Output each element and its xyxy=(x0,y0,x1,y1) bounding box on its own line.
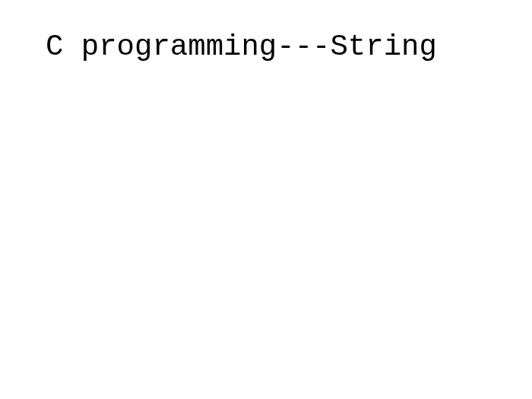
slide-container: C programming---String xyxy=(0,0,532,399)
slide-title: C programming---String xyxy=(46,30,486,64)
